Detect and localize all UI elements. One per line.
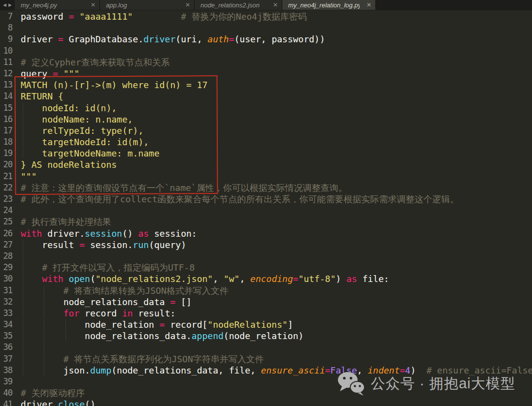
indent-guide xyxy=(23,319,23,330)
code-line[interactable]: 30 with open("node_relations2.json", "w"… xyxy=(0,273,532,284)
code-line[interactable]: 24 xyxy=(0,205,532,216)
code-line[interactable]: 21""" xyxy=(0,171,532,182)
tab-bar: ◀ ▶ my_neo4j.py✕app.log✕node_relations2.… xyxy=(0,0,532,10)
code-line[interactable]: 16 nodeName: n.name, xyxy=(0,114,532,125)
code-line[interactable]: 10 xyxy=(0,45,532,57)
code-line[interactable]: 35 node_relations_data.append(node_relat… xyxy=(0,330,532,342)
token-com: # 此外，这个查询使用了collect函数来聚合每个节点的所有出关系，你可能需要… xyxy=(21,194,459,204)
code-text: # 将查询结果转换为JSON格式并写入文件 xyxy=(12,285,229,296)
code-line[interactable]: 34 node_relation = record["nodeRelations… xyxy=(0,319,532,330)
code-text xyxy=(12,250,21,262)
code-line[interactable]: 18 targetNodeId: id(m), xyxy=(0,136,532,148)
code-line[interactable]: 27 result = session.run(query) xyxy=(0,239,532,250)
token-kw: as xyxy=(138,228,149,239)
token-kw: in xyxy=(122,308,133,318)
indent-guide xyxy=(23,308,23,318)
code-line[interactable]: 15 nodeId: id(n), xyxy=(0,102,532,114)
indent-guide xyxy=(44,342,44,352)
code-line[interactable]: 12query = """ xyxy=(0,68,532,79)
indent-guide xyxy=(44,365,44,375)
code-text: node_relations_data = [] xyxy=(12,296,192,308)
line-number: 14 xyxy=(0,91,12,102)
code-line[interactable]: 28 xyxy=(0,250,532,262)
tab-app.log[interactable]: app.log✕ xyxy=(100,0,195,10)
line-number: 31 xyxy=(0,285,12,296)
code-line[interactable]: 36 xyxy=(0,342,532,353)
tab-node_relations2.json[interactable]: node_relations2.json✕ xyxy=(195,0,282,10)
code-line[interactable]: 8 xyxy=(0,22,532,33)
token-str: "w" xyxy=(224,274,240,284)
code-text: result = session.run(query) xyxy=(12,239,186,250)
code-line[interactable]: 41driver.close() xyxy=(0,399,532,406)
code-text xyxy=(12,45,21,57)
indent-guide xyxy=(23,297,23,307)
tab-close-icon[interactable]: ✕ xyxy=(366,2,371,8)
token-fg xyxy=(21,354,64,364)
code-line[interactable]: 23# 此外，这个查询使用了collect函数来聚合每个节点的所有出关系，你可能… xyxy=(0,193,532,205)
token-str: RETURN { xyxy=(21,91,64,101)
tab-scroll-right-icon[interactable]: ▶ xyxy=(8,2,12,7)
code-text: # 此外，这个查询使用了collect函数来聚合每个节点的所有出关系，你可能需要… xyxy=(12,193,459,205)
token-fg: () xyxy=(85,399,96,406)
token-kw: = xyxy=(229,34,234,44)
token-fg: () xyxy=(122,228,138,239)
line-number: 22 xyxy=(0,182,12,193)
line-number: 33 xyxy=(0,308,12,319)
line-number: 20 xyxy=(0,159,12,170)
tab-close-icon[interactable]: ✕ xyxy=(273,2,278,8)
code-line[interactable]: 31 # 将查询结果转换为JSON格式并写入文件 xyxy=(0,285,532,296)
token-com: # 打开文件以写入，指定编码为UTF-8 xyxy=(42,262,195,273)
code-text: node_relations_data.append(node_relation… xyxy=(12,330,303,342)
token-fg: ( xyxy=(90,274,96,284)
token-fg: driver. xyxy=(21,399,58,406)
line-number: 16 xyxy=(0,114,12,125)
line-number: 9 xyxy=(0,33,12,45)
code-text: driver = GraphDatabase.driver(uri, auth=… xyxy=(12,33,325,45)
indent-guide xyxy=(23,342,23,352)
code-line[interactable]: 29 # 打开文件以写入，指定编码为UTF-8 xyxy=(0,262,532,273)
token-fg: json. xyxy=(21,365,90,375)
code-line[interactable]: 20} AS nodeRelations xyxy=(0,159,532,170)
tab-close-icon[interactable]: ✕ xyxy=(185,2,190,8)
code-line[interactable]: 13MATCH (n)-[r]->(m) where id(n) = 17 xyxy=(0,79,532,91)
token-fn: close xyxy=(58,399,85,406)
code-text: RETURN { xyxy=(12,91,64,102)
tab-my_neo4j.py[interactable]: my_neo4j.py✕ xyxy=(15,0,100,10)
code-text xyxy=(12,22,21,33)
line-number: 29 xyxy=(0,262,12,273)
tab-scroll-left-icon[interactable]: ◀ xyxy=(3,2,6,7)
code-line[interactable]: 33 for record in result: xyxy=(0,308,532,319)
indent-guide xyxy=(23,251,23,261)
code-line[interactable]: 14RETURN { xyxy=(0,91,532,102)
code-line[interactable]: 32 node_relations_data = [] xyxy=(0,296,532,308)
token-com: # 注意：这里的查询假设节点有一个`name`属性，你可以根据实际情况调整查询。 xyxy=(21,183,347,193)
code-line[interactable]: 11# 定义Cypher查询来获取节点和关系 xyxy=(0,57,532,68)
code-text: password = "aaaa1111" # 替换为你的Neo4j数据库密码 xyxy=(12,11,307,22)
line-number: 13 xyxy=(0,79,12,91)
token-kw: for xyxy=(64,308,80,318)
token-str: targetNodeId: id(m), xyxy=(21,137,149,147)
token-fg xyxy=(21,285,64,296)
indent-guide xyxy=(23,274,23,284)
code-line[interactable]: 7password = "aaaa1111" # 替换为你的Neo4j数据库密码 xyxy=(0,11,532,22)
line-number: 18 xyxy=(0,136,12,148)
code-line[interactable]: 19 targetNodeName: m.name xyxy=(0,148,532,159)
tab-my_neo4j_relation_log.py[interactable]: my_neo4j_relation_log.py✕ xyxy=(282,0,376,10)
indent-guide xyxy=(23,240,23,250)
code-editor[interactable]: 7password = "aaaa1111" # 替换为你的Neo4j数据库密码… xyxy=(0,10,532,406)
code-line[interactable]: 9driver = GraphDatabase.driver(uri, auth… xyxy=(0,33,532,45)
indent-guide xyxy=(23,365,23,375)
code-text: # 打开文件以写入，指定编码为UTF-8 xyxy=(12,262,195,273)
indent-guide xyxy=(44,308,44,318)
indent-guide xyxy=(44,354,44,364)
token-str: targetNodeName: m.name xyxy=(21,148,160,158)
code-line[interactable]: 22# 注意：这里的查询假设节点有一个`name`属性，你可以根据实际情况调整查… xyxy=(0,182,532,193)
line-number: 15 xyxy=(0,102,12,114)
code-line[interactable]: 26with driver.session() as session: xyxy=(0,228,532,239)
code-line[interactable]: 17 relTypeId: type(r), xyxy=(0,125,532,136)
tab-close-icon[interactable]: ✕ xyxy=(91,2,96,8)
token-kw: = xyxy=(58,34,64,44)
code-line[interactable]: 25# 执行查询并处理结果 xyxy=(0,216,532,227)
code-line[interactable]: 37 # 将节点关系数据序列化为JSON字符串并写入文件 xyxy=(0,353,532,365)
indent-guide xyxy=(23,331,23,341)
